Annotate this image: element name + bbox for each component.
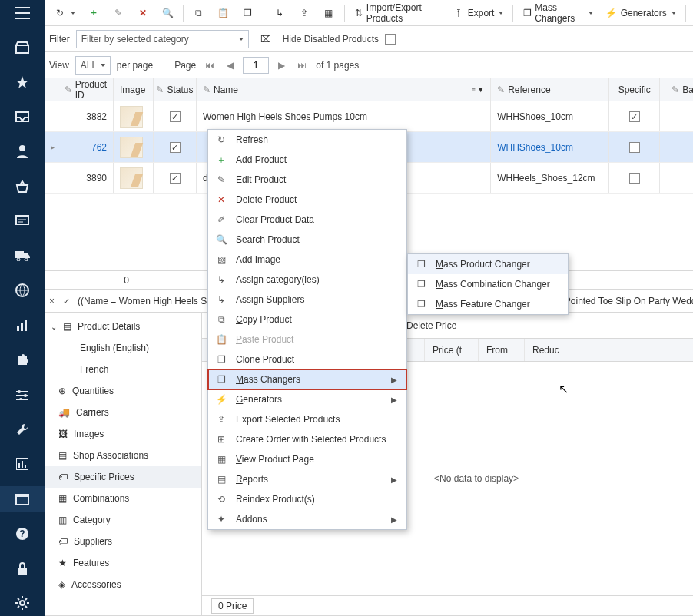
col-specific[interactable]: Specific <box>618 84 651 95</box>
globe-icon[interactable] <box>0 278 45 303</box>
prev-page-button[interactable]: ◀ <box>224 58 237 72</box>
col-status[interactable]: Status <box>167 84 193 95</box>
page-number-input[interactable] <box>243 57 269 74</box>
tree-item-features[interactable]: ★Features <box>45 552 201 574</box>
refresh-button[interactable]: ↻ <box>49 3 80 23</box>
ctx-refresh[interactable]: ↻Refresh <box>208 130 406 150</box>
assign-button[interactable]: ↳ <box>269 3 290 23</box>
star-icon[interactable] <box>0 69 45 94</box>
search-button[interactable]: 🔍 <box>157 3 178 23</box>
ctx-export-selected-products[interactable]: ⇪Export Selected Products <box>208 409 406 429</box>
tree-item-images[interactable]: 🖼Images <box>45 423 201 445</box>
tree-item-french[interactable]: French <box>45 359 201 380</box>
table-row[interactable]: 3882Women High Heels Shoes Pumps 10cmWHH… <box>45 101 693 132</box>
ctx-assign-category-ies-[interactable]: ↳Assign category(ies) <box>208 270 406 290</box>
tree-item-combinations[interactable]: ▦Combinations <box>45 488 201 509</box>
view-label: View <box>49 60 69 71</box>
help-icon[interactable]: ? <box>0 521 45 546</box>
tree-item-category[interactable]: ▥Category <box>45 509 201 531</box>
paste-button[interactable]: 📋 <box>213 3 234 23</box>
basket-icon[interactable] <box>0 174 45 199</box>
col-from[interactable]: From <box>479 339 525 361</box>
ctx-copy-product[interactable]: ⧉Copy Product <box>208 310 406 330</box>
col-name[interactable]: Name <box>214 84 238 95</box>
ctx-create-order-with-selected-products[interactable]: ⊞Create Order with Selected Products <box>208 429 406 449</box>
add-button[interactable]: ＋ <box>83 3 104 23</box>
menu-icon[interactable] <box>0 0 45 25</box>
tree-item-carriers[interactable]: 🚚Carriers <box>45 402 201 423</box>
status-checkbox[interactable] <box>170 111 181 122</box>
ctx-reports[interactable]: ▤Reports▶ <box>208 469 406 489</box>
svg-point-24 <box>20 601 25 605</box>
ctx-delete-product[interactable]: ✕Delete Product <box>208 190 406 210</box>
col-image[interactable]: Image <box>120 84 145 95</box>
ctx-sub-mass-feature-changer[interactable]: ❐Mass Feature Changer <box>408 294 568 314</box>
ctx-clear-product-data[interactable]: ✐Clear Product Data <box>208 210 406 230</box>
tree-item-english-english-[interactable]: English (English) <box>45 337 201 359</box>
specific-checkbox[interactable] <box>629 111 640 122</box>
col-reference[interactable]: Reference <box>508 84 550 95</box>
next-page-button[interactable]: ▶ <box>275 58 288 72</box>
col-reduc[interactable]: Reduc <box>525 339 693 361</box>
generators-button[interactable]: ⚡Generators <box>601 3 681 23</box>
ctx-addons[interactable]: ✦Addons▶ <box>208 509 406 529</box>
export-button[interactable]: ⭱Export <box>448 3 509 23</box>
tree-item-specific-prices[interactable]: 🏷Specific Prices <box>45 466 201 488</box>
status-checkbox[interactable] <box>170 173 181 184</box>
dashboard-icon[interactable] <box>0 452 45 477</box>
truck-icon[interactable] <box>0 243 45 269</box>
archive-icon[interactable] <box>0 486 45 512</box>
ctx-reindex-product-s-[interactable]: ⟲Reindex Product(s) <box>208 489 406 509</box>
ctx-add-image[interactable]: ▧Add Image <box>208 250 406 270</box>
tree-item-shop-associations[interactable]: ▤Shop Associations <box>45 445 201 466</box>
ctx-generators[interactable]: ⚡Generators▶ <box>208 389 406 409</box>
col-base-price[interactable]: Base Price <box>682 84 693 95</box>
ctx-sub-mass-product-changer[interactable]: ❐Mass Product Changer <box>408 254 568 274</box>
puzzle-icon[interactable] <box>0 347 45 373</box>
export-sel-button[interactable]: ⇪ <box>293 3 315 23</box>
ctx-mass-changers[interactable]: ❐Mass Changers▶ <box>208 369 406 389</box>
lock-icon[interactable] <box>0 556 45 581</box>
ctx-sub-mass-combination-changer[interactable]: ❐Mass Combination Changer <box>408 274 568 294</box>
wrench-icon[interactable] <box>0 417 45 442</box>
tree-item-suppliers[interactable]: 🏷Suppliers <box>45 531 201 552</box>
sliders-icon[interactable] <box>0 382 45 407</box>
status-checkbox[interactable] <box>170 142 181 153</box>
hide-disabled-checkbox[interactable] <box>385 34 396 45</box>
chart-icon[interactable] <box>0 313 45 338</box>
tree-item-quantities[interactable]: ⊕Quantities <box>45 380 201 402</box>
first-page-button[interactable]: ⏮ <box>202 58 217 72</box>
tree-header[interactable]: ⌄ ▤ Product Details <box>45 316 201 337</box>
tree-item-accessories[interactable]: ◈Accessories <box>45 574 201 595</box>
filter-enabled-checkbox[interactable] <box>61 296 71 306</box>
ctx-assign-suppliers[interactable]: ↳Assign Suppliers <box>208 290 406 310</box>
last-page-button[interactable]: ⏭ <box>294 58 310 72</box>
mass-changers-button[interactable]: ❐Mass Changers <box>518 3 597 23</box>
gear-icon[interactable] <box>0 591 45 616</box>
ctx-edit-product[interactable]: ✎Edit Product <box>208 170 406 190</box>
specific-checkbox[interactable] <box>629 173 640 184</box>
per-page-combo[interactable]: ALL <box>75 56 111 75</box>
view-page-button[interactable]: ▦ <box>318 3 340 23</box>
store-icon[interactable] <box>0 35 45 60</box>
col-product-id[interactable]: Product ID <box>75 79 107 101</box>
delete-button[interactable]: ✕ <box>132 3 154 23</box>
import-export-button[interactable]: ⇅Import/Export Products <box>349 3 444 23</box>
ctx-search-product[interactable]: 🔍Search Product <box>208 230 406 250</box>
ctx-view-product-page[interactable]: ▦View Product Page <box>208 449 406 469</box>
copy-button[interactable]: ⧉ <box>188 3 210 23</box>
specific-checkbox[interactable] <box>629 142 640 153</box>
ctx-add-product[interactable]: ＋Add Product <box>208 150 406 170</box>
delete-price-button[interactable]: Delete Price <box>402 316 461 336</box>
addons-button[interactable]: ✦Addons <box>690 3 693 23</box>
chat-icon[interactable] <box>0 208 45 233</box>
user-icon[interactable] <box>0 139 45 164</box>
clone-button[interactable]: ❐ <box>237 3 259 23</box>
col-price[interactable]: Price (t <box>425 339 479 361</box>
ctx-clone-product[interactable]: ❐Clone Product <box>208 349 406 369</box>
clear-filter-button[interactable]: ⌧ <box>255 29 277 49</box>
close-filter-button[interactable]: × <box>49 296 55 306</box>
inbox-icon[interactable] <box>0 104 45 130</box>
edit-button[interactable]: ✎ <box>108 3 129 23</box>
filter-category-combo[interactable]: Filter by selected category <box>76 30 249 48</box>
